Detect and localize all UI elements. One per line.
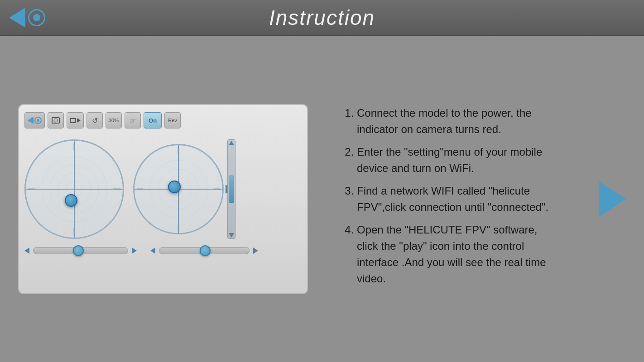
rev-label: Rev	[168, 118, 177, 123]
sliders-area	[24, 247, 302, 254]
right-joystick-knob[interactable]	[168, 181, 181, 193]
right-slider-track[interactable]	[159, 247, 250, 254]
video-icon	[70, 118, 81, 123]
left-slider-right-arrow[interactable]	[132, 248, 137, 254]
right-joystick[interactable]	[133, 144, 224, 234]
percent-label: 30%	[109, 118, 119, 123]
on-label: On	[149, 117, 157, 124]
main-content: ↺ 30% ☞ On Rev	[0, 36, 644, 362]
app-logo[interactable]	[9, 8, 45, 28]
camera-icon	[52, 117, 60, 124]
scroll-down-arrow[interactable]	[229, 233, 234, 238]
scroll-up-arrow[interactable]	[229, 141, 234, 145]
left-slider-thumb[interactable]	[73, 245, 84, 256]
controller-mockup: ↺ 30% ☞ On Rev	[18, 104, 308, 294]
refresh-icon: ↺	[92, 116, 98, 125]
logo-button[interactable]	[24, 112, 45, 129]
next-arrow-button[interactable]	[599, 181, 626, 217]
left-slider-left-arrow[interactable]	[24, 248, 29, 254]
left-joystick[interactable]	[24, 139, 124, 239]
touch-button[interactable]: ☞	[125, 112, 141, 129]
refresh-button[interactable]: ↺	[87, 112, 103, 129]
logo-inner-dot	[33, 14, 40, 21]
tb-arrow-icon	[28, 117, 34, 124]
left-joystick-knob[interactable]	[65, 194, 77, 207]
logo-arrow-icon	[9, 8, 25, 28]
page-title: Instruction	[269, 5, 375, 30]
instruction-step-3: Find a network WIFI called "helicute FPV…	[357, 183, 558, 215]
rev-button[interactable]: Rev	[164, 112, 181, 129]
right-slider-container	[150, 247, 258, 254]
instruction-step-2: Enter the "setting"menu of your mobile d…	[357, 144, 558, 176]
instruction-step-1: Connect the model to the power, the indi…	[357, 105, 558, 138]
left-slider-container	[24, 247, 137, 254]
instruction-list: Connect the model to the power, the indi…	[344, 105, 558, 287]
scroll-handle[interactable]	[229, 176, 234, 203]
logo-circle-icon	[28, 9, 45, 26]
right-slider-right-arrow[interactable]	[253, 248, 258, 254]
right-slider-left-arrow[interactable]	[150, 248, 155, 254]
right-slider-thumb[interactable]	[200, 245, 211, 256]
crosshair-vertical	[74, 141, 75, 238]
tb-circle-icon	[34, 117, 42, 124]
right-joystick-section	[133, 144, 224, 234]
instruction-step-4: Open the "HELICUTE FPV" software, click …	[357, 222, 558, 287]
toolbar: ↺ 30% ☞ On Rev	[24, 110, 302, 130]
photo-button[interactable]	[48, 112, 64, 129]
touch-icon: ☞	[130, 116, 136, 125]
video-button[interactable]	[67, 112, 84, 129]
header: Instruction	[0, 0, 644, 36]
percent-button[interactable]: 30%	[106, 112, 122, 129]
scrollbar[interactable]	[227, 139, 235, 239]
left-slider-track[interactable]	[33, 247, 128, 254]
instructions-panel: Connect the model to the power, the indi…	[335, 105, 558, 293]
left-joystick-section	[24, 139, 124, 239]
on-button[interactable]: On	[144, 112, 162, 129]
